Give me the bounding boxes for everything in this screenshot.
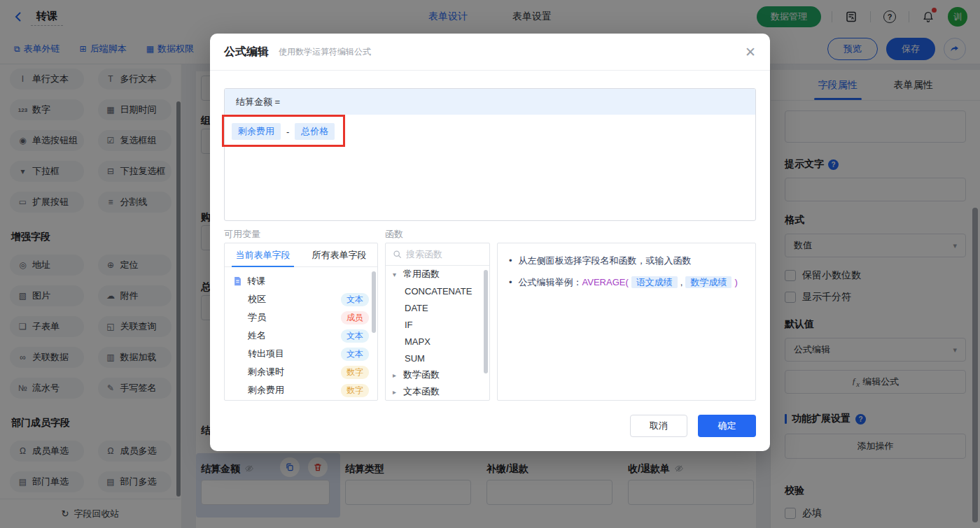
- variable-type-badge: 文本: [341, 348, 369, 361]
- function-group-name: 文本函数: [403, 385, 440, 398]
- function-group-name: 常用函数: [403, 268, 440, 280]
- variable-row[interactable]: 剩余课时数字: [225, 363, 377, 381]
- variables-label: 可用变量: [224, 228, 260, 241]
- form-doc-icon: [233, 276, 242, 286]
- annotation-red-box: [222, 115, 345, 147]
- variable-name: 校区: [248, 293, 266, 306]
- formula-target: 结算金额 =: [225, 89, 755, 115]
- confirm-button[interactable]: 确定: [698, 415, 756, 437]
- variable-type-badge: 成员: [341, 311, 369, 324]
- example-field-chip: 数学成绩: [685, 276, 732, 288]
- variable-name: 转出项目: [248, 348, 284, 360]
- formula-editor[interactable]: 结算金额 = 剩余费用-总价格: [224, 88, 756, 221]
- modal-subtitle: 使用数学运算符编辑公式: [279, 46, 371, 58]
- variable-name: 剩余费用: [248, 384, 284, 397]
- variable-row[interactable]: 姓名文本: [225, 327, 377, 345]
- function-group[interactable]: ▸文本函数: [386, 383, 489, 400]
- function-search-input[interactable]: [406, 249, 476, 259]
- example-function-close: ): [734, 277, 737, 287]
- variable-row[interactable]: 学员成员: [225, 308, 377, 327]
- function-group[interactable]: ▾常用函数: [386, 266, 489, 283]
- functions-scrollbar[interactable]: [484, 270, 488, 373]
- functions-label: 函数: [385, 228, 403, 241]
- variable-name: 学员: [248, 311, 266, 324]
- variable-row[interactable]: 剩余费用数字: [225, 381, 377, 399]
- function-item[interactable]: DATE: [386, 299, 489, 316]
- search-icon: [393, 250, 402, 259]
- variable-type-badge: 文本: [341, 293, 369, 306]
- variable-row[interactable]: 转出项目文本: [225, 345, 377, 363]
- help-tip: •从左侧面板选择字段名和函数，或输入函数: [509, 254, 744, 268]
- variables-tab-所有表单字段[interactable]: 所有表单字段: [301, 243, 377, 266]
- variable-row[interactable]: 校区文本: [225, 290, 377, 308]
- variables-scrollbar[interactable]: [372, 271, 376, 333]
- example-function-open: AVERAGE(: [582, 277, 629, 287]
- function-item[interactable]: CONCATENATE: [386, 283, 489, 299]
- variable-type-badge: 数字: [341, 366, 369, 379]
- functions-panel: ▾常用函数CONCATENATEDATEIFMAPXSUM▸数学函数▸文本函数: [385, 243, 490, 401]
- app-root: 转课 表单设计表单设置 数据管理 ? 训 ⧉表单外链⊞后端脚本▦数据权限 预览 …: [0, 0, 980, 528]
- function-search[interactable]: [386, 243, 489, 266]
- variable-type-badge: 文本: [341, 329, 369, 343]
- variable-name: 剩余课时: [248, 366, 284, 378]
- chevron-down-icon: ▾: [393, 271, 400, 278]
- variable-name: 姓名: [248, 329, 266, 342]
- modal-title: 公式编辑: [224, 45, 269, 59]
- help-example: • 公式编辑举例：AVERAGE(语文成绩,数学成绩): [509, 276, 744, 290]
- variables-form-node[interactable]: 转课: [225, 272, 377, 290]
- formula-editor-modal: 公式编辑 使用数学运算符编辑公式 ✕ 结算金额 = 剩余费用-总价格 可用变量 …: [210, 34, 770, 451]
- function-item[interactable]: SUM: [386, 350, 489, 366]
- close-icon[interactable]: ✕: [745, 45, 756, 59]
- function-item[interactable]: IF: [386, 316, 489, 333]
- variables-tab-当前表单字段[interactable]: 当前表单字段: [225, 243, 301, 266]
- variable-type-badge: 数字: [341, 384, 369, 397]
- variables-panel: 当前表单字段所有表单字段 转课校区文本学员成员姓名文本转出项目文本剩余课时数字剩…: [224, 243, 378, 401]
- form-name: 转课: [247, 275, 265, 287]
- function-item[interactable]: MAPX: [386, 333, 489, 350]
- chevron-right-icon: ▸: [393, 388, 400, 396]
- function-group[interactable]: ▸数学函数: [386, 366, 489, 383]
- chevron-right-icon: ▸: [393, 371, 400, 379]
- example-field-chip: 语文成绩: [631, 276, 678, 288]
- function-group-name: 数学函数: [403, 369, 440, 381]
- cancel-button[interactable]: 取消: [630, 415, 687, 437]
- formula-help-panel: •从左侧面板选择字段名和函数，或输入函数 • 公式编辑举例：AVERAGE(语文…: [497, 243, 756, 401]
